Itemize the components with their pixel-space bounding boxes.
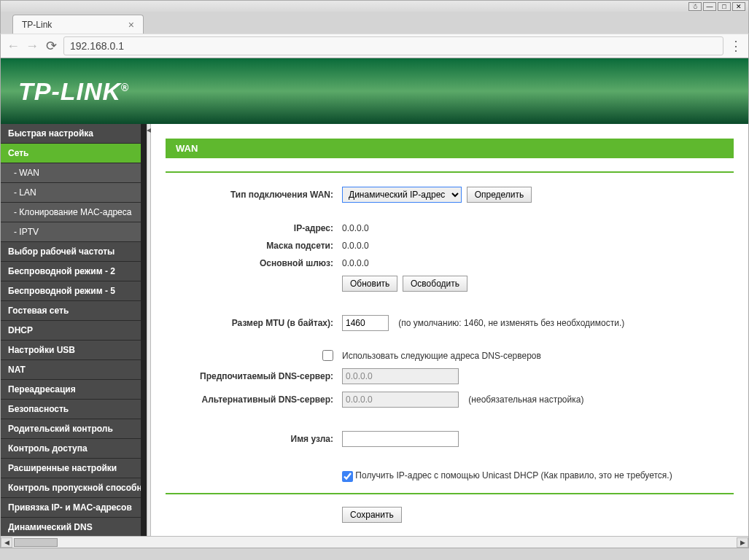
browser-tab-bar: TP-Link × — [0, 12, 749, 34]
sidebar-item-0[interactable]: Быстрая настройка — [1, 124, 147, 144]
dns2-hint: (необязательная настройка) — [468, 394, 583, 405]
unicast-label: Получить IP-адрес с помощью Unicast DHCP… — [355, 470, 672, 481]
conn-type-select[interactable]: Динамический IP-адрес — [342, 187, 462, 203]
sidebar-item-15[interactable]: Родительский контроль — [1, 419, 147, 439]
dns2-input — [342, 392, 459, 408]
sidebar: Быстрая настройкаСеть- WAN- LAN- Клониро… — [1, 124, 147, 548]
sidebar-item-16[interactable]: Контроль доступа — [1, 439, 147, 459]
sidebar-item-3[interactable]: - LAN — [1, 183, 147, 203]
sidebar-item-20[interactable]: Динамический DNS — [1, 518, 147, 537]
scroll-left-icon[interactable]: ◀ — [1, 537, 12, 548]
mask-label: Маска подсети: — [166, 237, 339, 254]
user-icon[interactable]: ☃ — [688, 2, 702, 11]
sidebar-item-17[interactable]: Расширенные настройки — [1, 459, 147, 478]
sidebar-item-14[interactable]: Безопасность — [1, 400, 147, 419]
gw-label: Основной шлюз: — [166, 254, 339, 272]
conn-type-label: Тип подключения WAN: — [166, 183, 339, 206]
horizontal-scrollbar[interactable]: ◀ ▶ — [1, 536, 748, 548]
dns1-label: Предпочитаемый DNS-сервер: — [166, 365, 339, 388]
os-titlebar: ☃ ― □ ✕ — [0, 0, 749, 12]
ip-label: IP-адрес: — [166, 219, 339, 237]
sidebar-item-4[interactable]: - Клонирование MAC-адреса — [1, 203, 147, 222]
divider-bottom — [166, 493, 734, 494]
close-tab-icon[interactable]: × — [128, 19, 134, 31]
wan-form: Тип подключения WAN: Динамический IP-адр… — [166, 183, 734, 486]
sidebar-item-13[interactable]: Переадресация — [1, 380, 147, 400]
browser-toolbar: ← → ⟳ 192.168.0.1 ⋮ — [0, 34, 749, 58]
mtu-hint: (по умолчанию: 1460, не изменять без нео… — [398, 318, 624, 328]
host-label: Имя узла: — [166, 427, 339, 451]
sidebar-item-12[interactable]: NAT — [1, 360, 147, 380]
scroll-right-icon[interactable]: ▶ — [737, 537, 748, 548]
sidebar-item-1[interactable]: Сеть — [1, 144, 147, 163]
sidebar-item-2[interactable]: - WAN — [1, 163, 147, 183]
sidebar-item-6[interactable]: Выбор рабочей частоты — [1, 242, 147, 262]
sidebar-item-7[interactable]: Беспроводной режим - 2 — [1, 262, 147, 281]
address-bar[interactable]: 192.168.0.1 — [63, 36, 723, 55]
reload-button[interactable]: ⟳ — [44, 38, 58, 54]
sidebar-scrollbar[interactable] — [141, 124, 147, 548]
url-text: 192.168.0.1 — [70, 40, 124, 52]
renew-button[interactable]: Обновить — [342, 276, 397, 292]
save-button[interactable]: Сохранить — [342, 507, 402, 523]
brand-banner: TP-LINK® — [1, 58, 748, 124]
forward-button[interactable]: → — [26, 39, 39, 54]
panel-title: WAN — [166, 139, 734, 158]
release-button[interactable]: Освободить — [403, 276, 467, 292]
sidebar-item-5[interactable]: - IPTV — [1, 222, 147, 242]
unicast-checkbox[interactable] — [342, 471, 353, 482]
dns2-label: Альтернативный DNS-сервер: — [166, 388, 339, 411]
mtu-label: Размер MTU (в байтах): — [166, 311, 339, 335]
browser-tab[interactable]: TP-Link × — [12, 15, 144, 34]
dns1-input — [342, 368, 459, 384]
sidebar-item-9[interactable]: Гостевая сеть — [1, 301, 147, 321]
sidebar-item-18[interactable]: Контроль пропускной способности — [1, 478, 147, 498]
close-window-button[interactable]: ✕ — [732, 2, 745, 11]
gw-value: 0.0.0.0 — [339, 254, 734, 272]
sidebar-item-10[interactable]: DHCP — [1, 321, 147, 341]
minimize-button[interactable]: ― — [703, 2, 716, 11]
sidebar-item-19[interactable]: Привязка IP- и MAC-адресов — [1, 498, 147, 518]
sidebar-item-8[interactable]: Беспроводной режим - 5 — [1, 281, 147, 301]
main-panel: WAN Тип подключения WAN: Динамический IP… — [151, 124, 748, 548]
sidebar-item-11[interactable]: Настройки USB — [1, 341, 147, 360]
mtu-input[interactable] — [342, 315, 389, 331]
page-body: TP-LINK® Быстрая настройкаСеть- WAN- LAN… — [0, 58, 749, 548]
mask-value: 0.0.0.0 — [339, 237, 734, 254]
detect-button[interactable]: Определить — [467, 187, 532, 203]
browser-menu-icon[interactable]: ⋮ — [729, 38, 742, 54]
use-dns-checkbox[interactable] — [322, 350, 333, 361]
divider — [166, 171, 734, 173]
scroll-thumb[interactable] — [14, 538, 58, 547]
host-input[interactable] — [342, 431, 459, 447]
back-button[interactable]: ← — [7, 39, 20, 54]
ip-value: 0.0.0.0 — [339, 219, 734, 237]
brand-logo: TP-LINK® — [18, 77, 129, 106]
tab-title: TP-Link — [22, 20, 52, 30]
maximize-button[interactable]: □ — [718, 2, 731, 11]
use-dns-label: Использовать следующие адреса DNS-сервер… — [339, 346, 734, 365]
